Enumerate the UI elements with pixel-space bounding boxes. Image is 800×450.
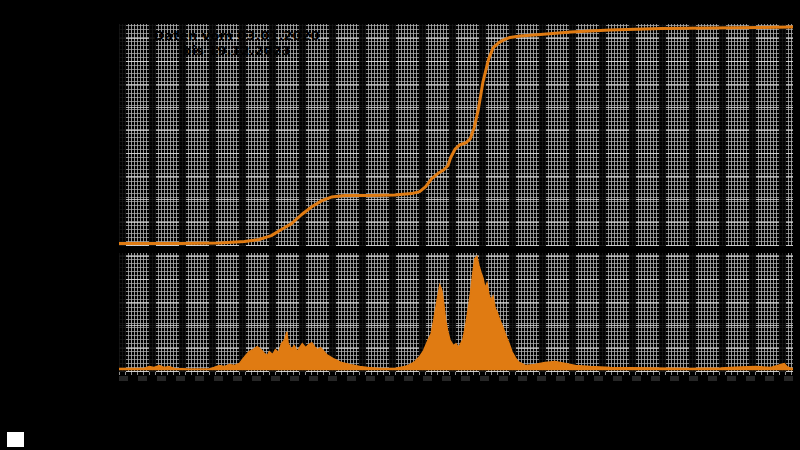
daily-area-chart: [119, 253, 793, 372]
cumulative-line-chart: [119, 24, 793, 246]
figure-canvas: Daten vom 03.01.2020 bis 19.12.2023: [0, 0, 800, 450]
legend-swatch: [7, 432, 24, 447]
x-axis-tick-marks: [119, 372, 793, 375]
x-axis-faint-labels: [119, 376, 793, 381]
daily-panel: [119, 253, 793, 372]
cumulative-panel: Daten vom 03.01.2020 bis 19.12.2023: [119, 24, 793, 246]
